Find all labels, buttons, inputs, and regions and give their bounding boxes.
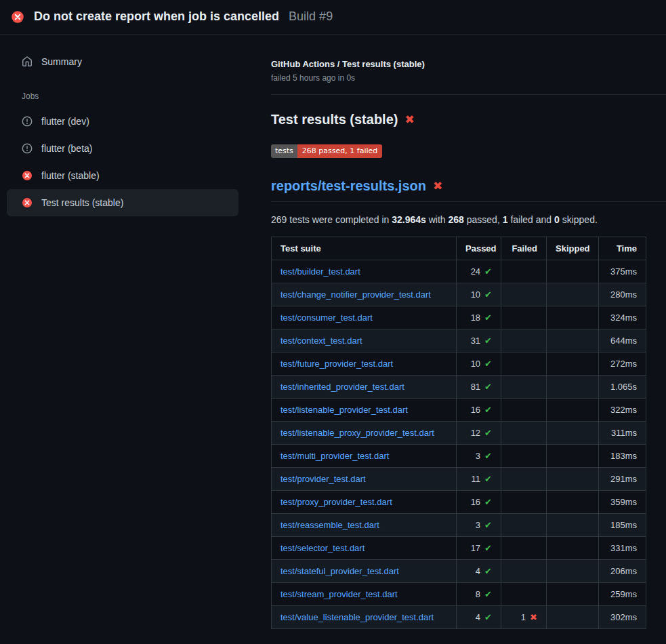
passed-count: 16	[471, 497, 480, 507]
suite-link[interactable]: test/provider_test.dart	[280, 474, 366, 484]
table-row: test/context_test.dart 31✔ 644ms	[272, 329, 646, 353]
failed-cell	[501, 376, 547, 399]
sidebar: Summary Jobs flutter (dev) flut	[0, 35, 245, 216]
passed-cell: 8✔	[457, 583, 501, 606]
passed-cell: 31✔	[457, 329, 501, 353]
passed-cell: 16✔	[457, 491, 501, 514]
results-table-body: test/builder_test.dart 24✔ 375ms test/ch…	[272, 260, 646, 629]
run-status-line: failed 5 hours ago in 0s	[271, 73, 666, 83]
failed-circle-icon	[22, 197, 33, 208]
time-cell: 259ms	[599, 583, 646, 606]
sidebar-item-label: Test results (stable)	[41, 197, 123, 208]
table-header-row: Test suite Passed Failed Skipped Time	[272, 237, 646, 260]
passed-cell: 12✔	[457, 422, 501, 445]
time-value: 359ms	[610, 497, 637, 507]
suite-link[interactable]: test/selector_test.dart	[280, 543, 365, 553]
suite-link[interactable]: test/proxy_provider_test.dart	[280, 497, 392, 507]
passed-count: 18	[471, 313, 480, 323]
report-heading-row: reports/test-results.json ✖	[271, 178, 666, 202]
suite-cell: test/selector_test.dart	[272, 537, 457, 560]
suite-link[interactable]: test/context_test.dart	[280, 336, 362, 346]
passed-cell: 81✔	[457, 376, 501, 399]
passed-count: 3	[476, 451, 480, 461]
time-value: 324ms	[610, 313, 637, 323]
suite-cell: test/context_test.dart	[272, 329, 457, 353]
suite-link[interactable]: test/listenable_provider_test.dart	[280, 405, 408, 415]
time-cell: 644ms	[599, 329, 646, 353]
passed-cell: 3✔	[457, 445, 501, 468]
suite-link[interactable]: test/listenable_proxy_provider_test.dart	[280, 428, 434, 438]
check-icon: ✔	[484, 405, 492, 415]
sidebar-item-flutter-stable[interactable]: flutter (stable)	[7, 162, 238, 189]
time-value: 311ms	[611, 428, 637, 438]
time-value: 331ms	[610, 543, 637, 553]
check-icon: ✔	[484, 543, 492, 553]
breadcrumb: GitHub Actions / Test results (stable)	[271, 59, 666, 69]
cancelled-circle-icon	[22, 116, 33, 127]
skipped-cell	[547, 491, 599, 514]
passed-count: 4	[476, 612, 480, 622]
suite-link[interactable]: test/consumer_test.dart	[280, 313, 373, 323]
sidebar-item-flutter-beta[interactable]: flutter (beta)	[7, 135, 238, 162]
table-row: test/reassemble_test.dart 3✔ 185ms	[272, 514, 646, 537]
suite-cell: test/builder_test.dart	[272, 260, 457, 283]
suite-link[interactable]: test/stream_provider_test.dart	[280, 589, 398, 599]
sidebar-item-label: flutter (dev)	[41, 116, 89, 127]
table-row: test/selector_test.dart 17✔ 331ms	[272, 537, 646, 560]
failed-cell	[501, 353, 547, 376]
skipped-cell	[547, 306, 599, 329]
passed-count: 11	[472, 474, 481, 484]
suite-link[interactable]: test/inherited_provider_test.dart	[280, 382, 404, 392]
tests-badge: tests 268 passed, 1 failed	[271, 144, 382, 158]
failed-cell	[501, 560, 547, 583]
check-icon: ✔	[484, 520, 492, 530]
passed-count: 8	[476, 589, 480, 599]
check-icon: ✔	[484, 382, 492, 392]
check-icon: ✔	[484, 474, 492, 484]
suite-link[interactable]: test/value_listenable_provider_test.dart	[280, 612, 434, 622]
suite-link[interactable]: test/future_provider_test.dart	[280, 359, 393, 369]
sidebar-item-flutter-dev[interactable]: flutter (dev)	[7, 108, 238, 135]
passed-count: 81	[471, 382, 480, 392]
suite-link[interactable]: test/change_notifier_provider_test.dart	[280, 289, 431, 300]
time-value: 375ms	[610, 266, 637, 277]
column-header-time: Time	[599, 237, 646, 260]
passed-count: 12	[471, 428, 480, 438]
suite-cell: test/provider_test.dart	[272, 468, 457, 491]
failed-circle-icon	[22, 170, 33, 181]
skipped-cell	[547, 445, 599, 468]
passed-cell: 10✔	[457, 283, 501, 306]
failed-cell	[501, 468, 547, 491]
time-cell: 183ms	[599, 445, 646, 468]
suite-link[interactable]: test/builder_test.dart	[280, 266, 360, 277]
failed-cell	[501, 491, 547, 514]
suite-link[interactable]: test/stateful_provider_test.dart	[280, 566, 399, 576]
failed-cell	[501, 260, 547, 283]
skipped-cell	[547, 260, 599, 283]
jobs-heading: Jobs	[22, 92, 238, 101]
summary-skipped-count: 0	[554, 214, 560, 225]
time-value: 280ms	[610, 289, 637, 300]
section-heading-text: Test results (stable)	[271, 112, 398, 127]
summary-text: failed and	[508, 214, 555, 225]
suite-link[interactable]: test/reassemble_test.dart	[280, 520, 379, 530]
check-icon: ✔	[484, 428, 492, 438]
sidebar-item-summary[interactable]: Summary	[7, 48, 238, 75]
table-row: test/value_listenable_provider_test.dart…	[272, 606, 646, 629]
failed-cell	[501, 445, 547, 468]
passed-cell: 18✔	[457, 306, 501, 329]
failed-circle-icon	[11, 10, 24, 24]
check-icon: ✔	[484, 266, 492, 277]
time-cell: 375ms	[599, 260, 646, 283]
passed-count: 24	[471, 266, 480, 277]
skipped-cell	[547, 606, 599, 629]
suite-link[interactable]: test/multi_provider_test.dart	[280, 451, 389, 461]
report-file-link[interactable]: reports/test-results.json	[271, 178, 426, 194]
check-icon: ✔	[484, 451, 492, 461]
time-cell: 291ms	[599, 468, 646, 491]
suite-cell: test/consumer_test.dart	[272, 306, 457, 329]
sidebar-item-test-results-stable[interactable]: Test results (stable)	[7, 189, 238, 216]
suite-cell: test/listenable_proxy_provider_test.dart	[272, 422, 457, 445]
failed-cell	[501, 329, 547, 353]
failed-cell	[501, 537, 547, 560]
